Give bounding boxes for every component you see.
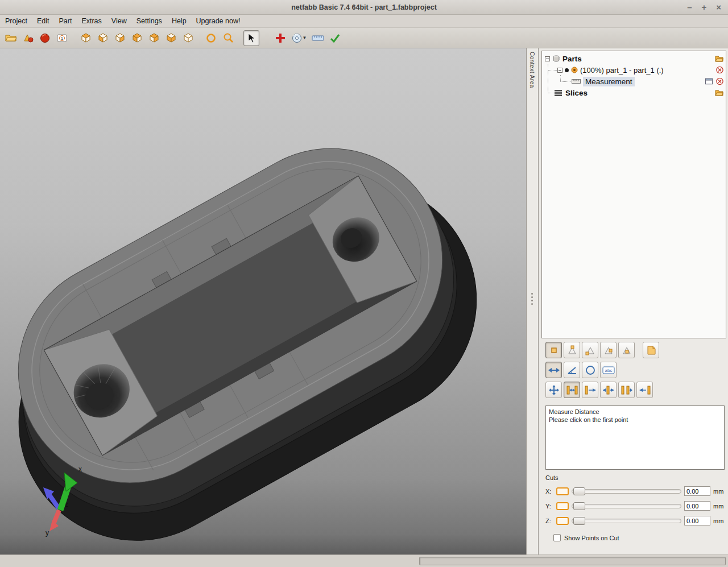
cut-y-value-input[interactable] [684, 501, 710, 511]
view-front-button[interactable] [94, 30, 110, 46]
tree-item-part-label: (100%) part_1 - part_1 (.) [580, 66, 664, 75]
menu-extras[interactable]: Extras [81, 17, 101, 25]
tree-item-measurement[interactable]: Measurement [542, 76, 726, 87]
cuts-title: Cuts [545, 474, 725, 481]
view-isometric-button[interactable] [77, 30, 93, 46]
snap-edge-button[interactable] [600, 342, 617, 358]
measure-edge-button[interactable] [582, 382, 598, 398]
measure-type-toolbar: abc [545, 362, 726, 378]
measure-ruler-button[interactable] [310, 30, 326, 46]
open-folder-icon[interactable] [715, 89, 723, 96]
cut-z-toggle[interactable] [556, 517, 569, 525]
zoom-region-button[interactable] [220, 30, 236, 46]
select-cursor-button[interactable] [243, 30, 259, 46]
snap-vertex-button[interactable] [564, 342, 580, 358]
measure-radius-button[interactable] [582, 362, 598, 378]
repair-part-button[interactable] [37, 30, 53, 46]
visibility-dot-icon[interactable] [565, 68, 569, 72]
cut-disc-button[interactable]: ▼ [289, 30, 309, 46]
open-project-button[interactable] [3, 30, 19, 46]
close-button[interactable]: × [716, 3, 721, 11]
measure-angle-button[interactable] [564, 362, 580, 378]
repair-sphere-icon [40, 33, 50, 43]
view-top-button[interactable] [163, 30, 179, 46]
cut-x-slider[interactable] [572, 489, 681, 494]
snap-face-button[interactable] [618, 342, 635, 358]
snap-mode-toolbar [545, 342, 726, 358]
measure-wall-thickness-button[interactable] [564, 382, 580, 398]
cut-z-value-input[interactable] [684, 516, 710, 525]
menu-bar: Project Edit Part Extras View Settings H… [0, 15, 728, 28]
snap-vertex-icon [567, 345, 577, 355]
cut-y-label: Y: [545, 503, 553, 510]
view-right-button[interactable] [146, 30, 162, 46]
apply-check-button[interactable] [327, 30, 343, 46]
tree-item-parts[interactable]: Parts [542, 53, 726, 64]
bar-out-arrow-icon [585, 386, 596, 395]
context-area-strip[interactable]: Context Area [526, 48, 539, 554]
angle-icon [567, 366, 577, 375]
view-bottom-button[interactable] [180, 30, 196, 46]
instruction-title: Measure Distance [549, 408, 721, 416]
open-folder-icon[interactable] [715, 55, 723, 62]
new-note-button[interactable] [643, 342, 659, 358]
measure-distance-button[interactable] [545, 362, 562, 378]
parts-tree: Parts (100%) part_1 - part_1 (.) Measure… [541, 51, 726, 338]
menu-upgrade-now[interactable]: Upgrade now! [196, 17, 241, 25]
measure-text-button[interactable]: abc [600, 362, 617, 378]
view-back-button[interactable] [111, 30, 127, 46]
snap-point-button[interactable] [545, 342, 562, 358]
right-panel: Parts (100%) part_1 - part_1 (.) Measure… [539, 48, 728, 554]
measure-to-surface-button[interactable] [636, 382, 653, 398]
part-info-button[interactable]: 1 [54, 30, 70, 46]
remove-part-icon[interactable] [716, 67, 723, 74]
measure-gap-button[interactable] [600, 382, 617, 398]
view-isometric-icon [80, 32, 92, 43]
context-window-icon[interactable] [705, 78, 713, 85]
menu-settings[interactable]: Settings [136, 17, 162, 25]
instruction-body: Please click on the first point [549, 416, 721, 424]
cut-y-toggle[interactable] [556, 502, 569, 510]
cut-x-value-input[interactable] [684, 486, 710, 496]
tree-item-part-1[interactable]: (100%) part_1 - part_1 (.) [542, 64, 726, 76]
menu-edit[interactable]: Edit [37, 17, 49, 25]
view-left-button[interactable] [129, 30, 144, 46]
chevron-down-icon[interactable]: ▼ [303, 35, 307, 40]
part-info-icon: 1 [57, 33, 67, 43]
collapse-icon[interactable] [545, 56, 550, 61]
add-part-button[interactable] [20, 30, 36, 46]
remove-measurement-icon[interactable] [716, 78, 723, 85]
menu-part[interactable]: Part [59, 17, 72, 25]
3d-viewport[interactable]: x z y [0, 48, 526, 554]
slices-icon [554, 89, 563, 97]
checkmark-icon [330, 34, 340, 43]
minimize-button[interactable]: – [687, 3, 692, 11]
cut-x-slider-handle[interactable] [573, 487, 585, 495]
menu-project[interactable]: Project [5, 17, 27, 25]
cut-x-label: X: [545, 488, 553, 495]
measure-span-button[interactable] [618, 382, 635, 398]
cut-y-slider[interactable] [572, 504, 681, 508]
view-back-icon [114, 32, 126, 43]
menu-help[interactable]: Help [172, 17, 187, 25]
cut-y-row: Y: mm [545, 501, 725, 511]
snap-point-icon [549, 345, 559, 355]
cut-x-toggle[interactable] [556, 487, 569, 495]
menu-view[interactable]: View [111, 17, 127, 25]
collapse-icon[interactable] [557, 68, 562, 73]
add-point-button[interactable] [272, 30, 288, 46]
tree-item-measurement-label: Measurement [583, 77, 635, 86]
snap-corner-button[interactable] [582, 342, 598, 358]
cut-y-slider-handle[interactable] [573, 502, 585, 510]
measure-center-button[interactable] [545, 382, 562, 398]
splitter-grip[interactable] [531, 293, 533, 305]
tree-item-slices[interactable]: Slices [542, 87, 726, 98]
cut-z-slider-handle[interactable] [573, 517, 585, 525]
x-axis-icon [64, 473, 77, 491]
maximize-button[interactable]: + [701, 3, 706, 11]
cut-z-slider[interactable] [572, 519, 681, 523]
view-right-icon [148, 32, 160, 43]
zoom-all-button[interactable] [203, 30, 219, 46]
show-points-checkbox[interactable] [553, 534, 561, 541]
snap-corner-icon [585, 345, 595, 355]
